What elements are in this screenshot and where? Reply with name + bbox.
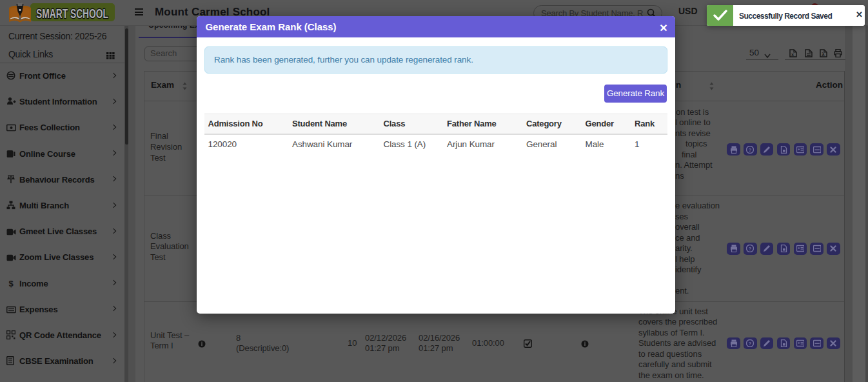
svg-text:λ: λ: [822, 52, 825, 57]
svg-text:$: $: [8, 279, 14, 288]
svg-text:?: ?: [749, 246, 752, 252]
svg-text:?: ?: [749, 341, 752, 347]
svg-text:SMART SCHOOL: SMART SCHOOL: [36, 6, 108, 21]
svg-text:?: ?: [749, 147, 752, 153]
